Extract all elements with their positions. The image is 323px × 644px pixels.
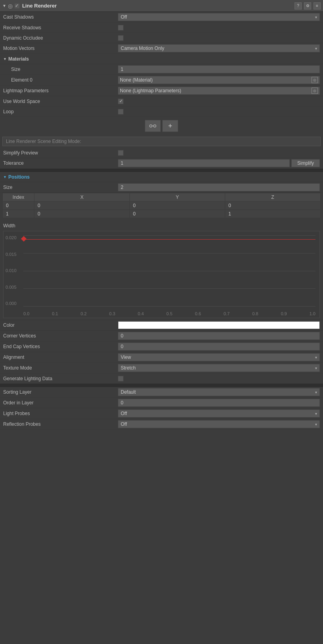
end-cap-vertices-value: 0 xyxy=(118,343,320,351)
positions-size-value: 2 xyxy=(118,183,320,191)
corner-vertices-row: Corner Vertices 0 xyxy=(0,331,323,341)
lightmap-parameters-label: Lightmap Parameters xyxy=(3,88,118,93)
editing-mode-bar: Line Renderer Scene Editing Mode: xyxy=(2,137,321,146)
x-label: 0.1 xyxy=(52,311,58,316)
sorting-layer-row: Sorting Layer Default ▾ xyxy=(0,387,323,398)
x-label: 0.8 xyxy=(252,311,258,316)
order-in-layer-input[interactable]: 0 xyxy=(118,399,320,407)
y-label: 0.000 xyxy=(6,301,17,306)
collapse-triangle-icon: ▼ xyxy=(3,175,7,179)
positions-size-input[interactable]: 2 xyxy=(118,183,320,191)
color-value xyxy=(118,321,320,329)
chevron-down-icon: ▾ xyxy=(315,422,317,427)
line-renderer-panel: ▼ ◎ Line Renderer ? ⚙ ≡ Cast Shadows Off… xyxy=(0,0,323,430)
loop-checkbox[interactable] xyxy=(118,109,124,114)
table-cell[interactable]: 0 xyxy=(130,210,225,218)
component-enabled-checkbox[interactable] xyxy=(14,3,20,9)
corner-vertices-input[interactable]: 0 xyxy=(118,332,320,340)
grid-line xyxy=(23,288,315,289)
add-point-button[interactable]: + xyxy=(162,120,178,132)
generate-lighting-data-checkbox[interactable] xyxy=(118,376,124,381)
dynamic-occludee-value xyxy=(118,35,320,41)
use-world-space-checkbox[interactable] xyxy=(118,99,124,104)
dynamic-occludee-checkbox[interactable] xyxy=(118,35,124,41)
element0-ref[interactable]: None (Material) ◎ xyxy=(118,76,320,84)
tolerance-controls: 1 Simplify xyxy=(118,159,320,167)
table-cell[interactable]: 1 xyxy=(3,210,34,218)
corner-vertices-label: Corner Vertices xyxy=(3,333,118,339)
y-label: 0.015 xyxy=(6,252,17,257)
cast-shadows-row: Cast Shadows Off ▾ xyxy=(0,12,323,23)
positions-size-label: Size xyxy=(3,185,118,190)
simplify-preview-label: Simplify Preview xyxy=(3,150,118,156)
lightmap-parameters-row: Lightmap Parameters None (Lightmap Param… xyxy=(0,86,323,96)
chart-x-labels: 0.0 0.1 0.2 0.3 0.4 0.5 0.6 0.7 0.8 0.9 … xyxy=(23,311,315,316)
sorting-layer-dropdown[interactable]: Default ▾ xyxy=(118,388,320,396)
reflection-probes-value: Off ▾ xyxy=(118,420,320,428)
help-icon[interactable]: ? xyxy=(294,2,302,10)
reflection-probes-dropdown[interactable]: Off ▾ xyxy=(118,420,320,428)
motion-vectors-dropdown[interactable]: Camera Motion Only ▾ xyxy=(118,44,320,52)
receive-shadows-checkbox[interactable] xyxy=(118,25,124,30)
tolerance-row: Tolerance 1 Simplify xyxy=(0,158,323,169)
materials-size-input[interactable]: 1 xyxy=(118,65,320,73)
positions-size-row: Size 2 xyxy=(0,182,323,193)
light-probes-dropdown[interactable]: Off ▾ xyxy=(118,410,320,417)
x-label: 0.2 xyxy=(81,311,87,316)
lightmap-parameters-ref[interactable]: None (Lightmap Parameters) ◎ xyxy=(118,87,320,95)
positions-section-header[interactable]: ▼ Positions xyxy=(0,172,323,182)
chevron-down-icon: ▾ xyxy=(315,390,317,394)
chart-y-labels: 0.020 0.015 0.010 0.005 0.000 xyxy=(6,235,17,306)
alignment-row: Alignment View ▾ xyxy=(0,352,323,363)
component-header: ▼ ◎ Line Renderer ? ⚙ ≡ xyxy=(0,0,323,12)
simplify-button[interactable]: Simplify xyxy=(291,159,320,167)
receive-shadows-value xyxy=(118,25,320,30)
texture-mode-dropdown[interactable]: Stretch ▾ xyxy=(118,364,320,372)
positions-table: Index X Y Z 00001001 xyxy=(2,193,321,218)
separator xyxy=(0,169,323,172)
object-picker-icon[interactable]: ◎ xyxy=(312,88,318,94)
table-cell[interactable]: 0 xyxy=(34,202,130,210)
end-cap-vertices-input[interactable]: 0 xyxy=(118,343,320,351)
loop-value xyxy=(118,109,320,114)
chevron-down-icon: ▾ xyxy=(315,46,317,51)
table-cell[interactable]: 1 xyxy=(225,210,321,218)
collapse-icon[interactable]: ▼ xyxy=(2,4,6,8)
cast-shadows-dropdown[interactable]: Off ▾ xyxy=(118,13,320,21)
x-label: 0.7 xyxy=(224,311,230,316)
edit-points-button[interactable] xyxy=(145,120,161,132)
order-in-layer-row: Order in Layer 0 xyxy=(0,398,323,408)
color-swatch[interactable] xyxy=(118,321,320,329)
reflection-probes-row: Reflection Probes Off ▾ xyxy=(0,419,323,430)
simplify-preview-value xyxy=(118,150,320,156)
cast-shadows-value: Off ▾ xyxy=(118,13,320,21)
chevron-down-icon: ▾ xyxy=(315,366,317,370)
settings-icon[interactable]: ⚙ xyxy=(304,2,311,10)
motion-vectors-row: Motion Vectors Camera Motion Only ▾ xyxy=(0,43,323,54)
table-cell[interactable]: 0 xyxy=(130,202,225,210)
script-icon: ◎ xyxy=(8,3,13,9)
alignment-dropdown[interactable]: View ▾ xyxy=(118,353,320,361)
light-probes-label: Light Probes xyxy=(3,411,118,416)
simplify-preview-checkbox[interactable] xyxy=(118,150,124,156)
tolerance-input[interactable]: 1 xyxy=(118,159,290,167)
texture-mode-row: Texture Mode Stretch ▾ xyxy=(0,363,323,373)
color-label: Color xyxy=(3,322,118,328)
chevron-down-icon: ▾ xyxy=(315,355,317,360)
simplify-preview-row: Simplify Preview xyxy=(0,148,323,158)
object-picker-icon[interactable]: ◎ xyxy=(312,77,318,83)
materials-section-header[interactable]: ▼ Materials xyxy=(0,54,323,64)
chart-data-line xyxy=(23,239,315,240)
table-cell[interactable]: 0 xyxy=(34,210,130,218)
color-row: Color xyxy=(0,320,323,331)
width-chart[interactable]: 0.020 0.015 0.010 0.005 0.000 0.0 0.1 0.… xyxy=(3,231,320,318)
materials-section-title: Materials xyxy=(8,56,29,62)
table-cell[interactable]: 0 xyxy=(3,202,34,210)
x-label: 0.5 xyxy=(166,311,172,316)
table-row: 1001 xyxy=(3,210,321,218)
menu-icon[interactable]: ≡ xyxy=(314,2,321,10)
chevron-down-icon: ▾ xyxy=(315,412,317,416)
grid-line xyxy=(23,271,315,271)
sorting-layer-label: Sorting Layer xyxy=(3,389,118,395)
table-cell[interactable]: 0 xyxy=(225,202,321,210)
